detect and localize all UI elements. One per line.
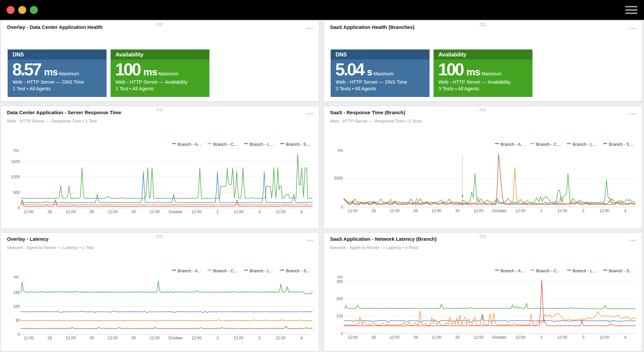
svg-text:12:00: 12:00 [516, 209, 525, 213]
svg-text:1000: 1000 [11, 175, 20, 179]
svg-text:12:00: 12:00 [432, 209, 442, 213]
svg-text:100: 100 [13, 304, 20, 309]
svg-text:29: 29 [413, 209, 418, 213]
svg-text:12:00: 12:00 [389, 209, 399, 213]
svg-text:12:00: 12:00 [66, 210, 76, 214]
svg-text:300: 300 [336, 279, 343, 284]
svg-text:ms: ms [14, 148, 19, 153]
svg-text:12:00: 12:00 [389, 335, 399, 340]
svg-text:12:00: 12:00 [473, 209, 483, 213]
svg-text:12:00: 12:00 [233, 336, 243, 340]
svg-text:29: 29 [89, 336, 94, 340]
svg-text:12:00: 12:00 [66, 336, 76, 340]
svg-text:3: 3 [582, 209, 585, 213]
svg-text:October: October [169, 210, 183, 214]
svg-text:0: 0 [341, 205, 343, 210]
svg-text:50: 50 [16, 318, 20, 323]
svg-text:12:00: 12:00 [599, 335, 609, 340]
svg-text:12:00: 12:00 [276, 336, 285, 340]
svg-text:4: 4 [624, 335, 626, 340]
svg-text:30: 30 [131, 210, 136, 214]
svg-text:12:00: 12:00 [150, 336, 160, 340]
svg-text:4: 4 [300, 210, 303, 214]
svg-text:28: 28 [47, 210, 52, 214]
svg-text:October: October [492, 209, 507, 213]
svg-text:12:00: 12:00 [108, 210, 118, 214]
svg-text:28: 28 [47, 336, 52, 340]
svg-text:ms: ms [338, 275, 343, 279]
svg-text:3: 3 [582, 335, 585, 340]
svg-text:4: 4 [624, 209, 626, 213]
svg-text:3: 3 [258, 336, 261, 340]
svg-text:12:00: 12:00 [276, 210, 285, 214]
svg-text:12:00: 12:00 [233, 210, 243, 214]
svg-text:2: 2 [216, 336, 219, 340]
svg-text:0: 0 [18, 206, 20, 210]
svg-text:500: 500 [13, 190, 20, 195]
svg-text:200: 200 [336, 297, 343, 301]
svg-text:12:00: 12:00 [348, 335, 358, 340]
svg-text:ms: ms [338, 148, 343, 153]
svg-text:October: October [492, 335, 507, 340]
svg-text:October: October [169, 336, 183, 340]
svg-text:30: 30 [455, 209, 460, 213]
svg-text:30: 30 [131, 336, 136, 340]
svg-text:12:00: 12:00 [599, 209, 609, 213]
svg-text:12:00: 12:00 [192, 210, 201, 214]
svg-text:0: 0 [341, 331, 343, 336]
svg-text:29: 29 [89, 210, 94, 214]
svg-text:12:00: 12:00 [108, 336, 118, 340]
svg-text:150: 150 [13, 290, 20, 295]
svg-text:3: 3 [258, 210, 261, 214]
svg-text:2: 2 [540, 209, 542, 213]
svg-text:ms: ms [14, 275, 19, 279]
svg-text:4: 4 [300, 336, 303, 340]
svg-text:12:00: 12:00 [24, 210, 34, 214]
svg-text:12:00: 12:00 [24, 336, 34, 340]
svg-text:2: 2 [540, 335, 542, 340]
svg-text:100: 100 [336, 314, 343, 318]
svg-text:5000: 5000 [334, 176, 343, 181]
svg-text:12:00: 12:00 [150, 210, 160, 214]
svg-text:0: 0 [18, 332, 20, 337]
svg-text:1500: 1500 [11, 159, 20, 164]
svg-text:12:00: 12:00 [192, 336, 201, 340]
svg-text:30: 30 [455, 335, 460, 340]
svg-text:12:00: 12:00 [348, 209, 358, 213]
svg-text:2: 2 [216, 210, 219, 214]
svg-text:12:00: 12:00 [432, 335, 442, 340]
svg-text:28: 28 [371, 335, 376, 340]
svg-text:12:00: 12:00 [557, 335, 567, 340]
svg-text:12:00: 12:00 [516, 335, 525, 340]
svg-text:28: 28 [371, 209, 376, 213]
svg-text:29: 29 [413, 335, 418, 340]
svg-text:12:00: 12:00 [557, 209, 567, 213]
svg-text:12:00: 12:00 [473, 335, 483, 340]
